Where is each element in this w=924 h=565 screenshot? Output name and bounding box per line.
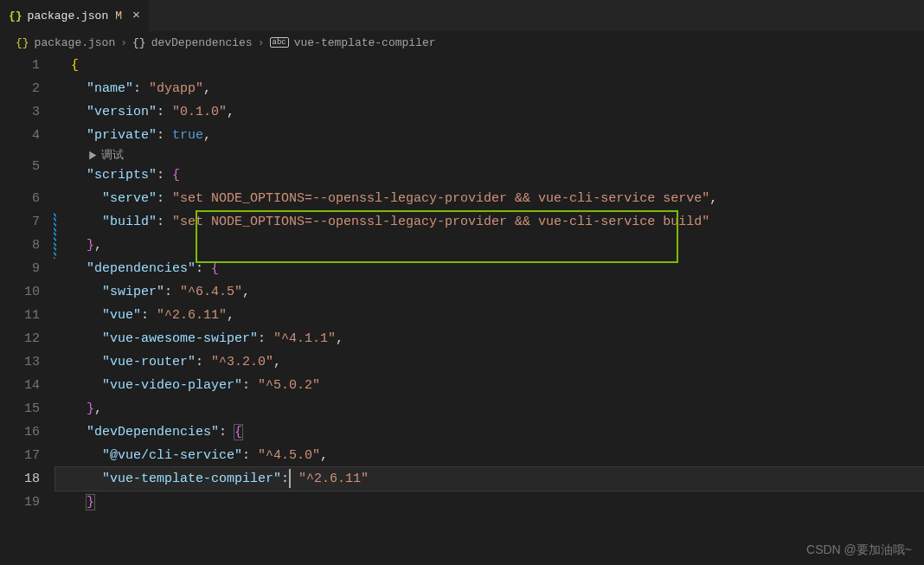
line-number-gutter: 1 2 3 4 5 6 7 8 9 10 11 12 13 14 15 16 1… <box>0 54 55 514</box>
watermark: CSDN @要加油哦~ <box>806 543 912 558</box>
tab-bar: {} package.json M × <box>0 0 924 31</box>
code-line[interactable]: "vue-awesome-swiper": "^4.1.1", <box>55 327 924 350</box>
code-line[interactable]: "version": "0.1.0", <box>55 100 924 124</box>
codelens-label: 调试 <box>101 147 124 163</box>
breadcrumb[interactable]: {} package.json › {} devDependencies › a… <box>0 31 924 54</box>
tab-filename: package.json <box>28 10 109 22</box>
code-line[interactable]: "vue-video-player": "^5.0.2" <box>55 374 924 397</box>
json-file-icon: {} <box>16 36 29 49</box>
tab-package-json[interactable]: {} package.json M × <box>0 0 150 31</box>
object-icon: {} <box>132 36 146 49</box>
code-line[interactable]: } <box>55 491 924 514</box>
code-line[interactable]: "dependencies": { <box>55 257 924 280</box>
code-line[interactable]: "vue-template-compiler": "^2.6.11" <box>55 467 924 491</box>
close-icon[interactable]: × <box>132 9 140 23</box>
breadcrumb-section[interactable]: devDependencies <box>151 36 253 49</box>
code-line[interactable]: "devDependencies": { <box>55 421 924 444</box>
code-line[interactable]: "build": "set NODE_OPTIONS=--openssl-leg… <box>55 210 924 234</box>
chevron-right-icon: › <box>120 36 127 49</box>
code-line[interactable]: "serve": "set NODE_OPTIONS=--openssl-leg… <box>55 187 924 210</box>
json-file-icon: {} <box>9 10 22 22</box>
code-line[interactable]: "private": true, <box>55 124 924 147</box>
code-line[interactable]: "vue-router": "^3.2.0", <box>55 350 924 374</box>
code-line[interactable]: "swiper": "^6.4.5", <box>55 280 924 304</box>
code-line[interactable]: }, <box>55 234 924 257</box>
code-line[interactable]: "name": "dyapp", <box>55 77 924 100</box>
code-line[interactable]: "vue": "^2.6.11", <box>55 304 924 327</box>
modified-lines-indicator <box>54 212 56 259</box>
code-line[interactable]: { <box>55 54 924 77</box>
breadcrumb-file[interactable]: package.json <box>35 36 116 49</box>
breadcrumb-symbol[interactable]: vue-template-compiler <box>294 36 436 49</box>
code-line[interactable]: "@vue/cli-service": "^4.5.0", <box>55 444 924 467</box>
play-icon <box>87 150 98 161</box>
codelens-debug[interactable]: 调试 <box>87 147 124 163</box>
code-line[interactable]: }, <box>55 397 924 421</box>
code-line[interactable]: "scripts": { <box>55 164 924 187</box>
code-area[interactable]: { "name": "dyapp", "version": "0.1.0", "… <box>55 54 924 514</box>
chevron-right-icon: › <box>258 36 265 49</box>
editor[interactable]: 1 2 3 4 5 6 7 8 9 10 11 12 13 14 15 16 1… <box>0 54 924 514</box>
string-symbol-icon: abc <box>270 37 289 48</box>
modified-indicator: M <box>115 10 122 22</box>
